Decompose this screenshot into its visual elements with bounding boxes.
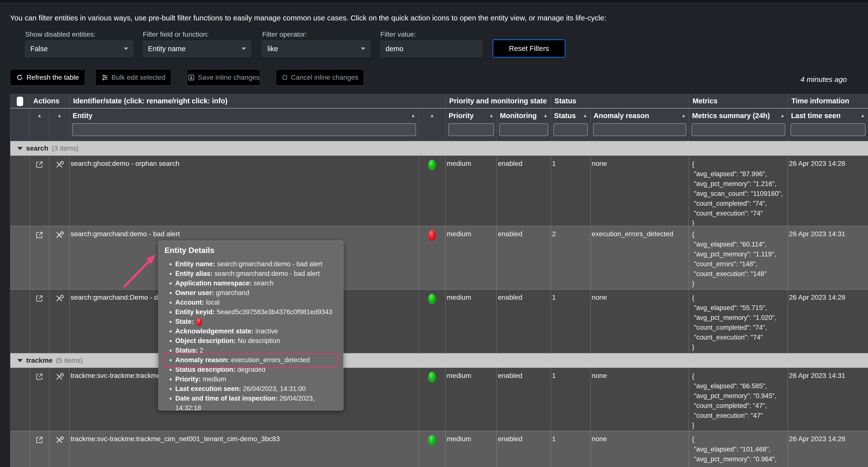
open-entity-button[interactable] [30, 431, 50, 467]
table-row: trackme:svc-trackme:trackme_cim_net001_t… [10, 431, 868, 467]
tooltip-item: Application namespace: search [175, 278, 337, 288]
sort-arrow-icon: ▲ [57, 113, 62, 119]
external-link-icon [35, 160, 44, 169]
group-row-trackme[interactable]: trackme (5 items) [10, 353, 868, 368]
column-metrics[interactable]: Metrics summary (24h) ▲ [689, 108, 788, 123]
column-priority[interactable]: Priority ▲ [446, 108, 497, 123]
anomaly-cell: none [591, 156, 689, 226]
sort-state-column[interactable]: ▲ [419, 108, 445, 123]
bulk-edit-button[interactable]: Bulk edit selected [95, 69, 171, 86]
last-refresh-time: 4 minutes ago [801, 75, 847, 84]
entity-details-tooltip: Entity Details Entity name: search:gmarc… [158, 241, 343, 410]
reset-filters-button[interactable]: Reset Filters [493, 39, 565, 58]
cancel-inline-button[interactable]: Cancel inline changes [276, 69, 364, 86]
reset-filters-label: Reset Filters [509, 44, 549, 53]
tooltip-list: Entity name: search:gmarchand:demo - bad… [164, 259, 337, 413]
tooltip-item: Status: 2 [175, 346, 337, 355]
sort-arrow-icon: ▲ [543, 113, 548, 119]
column-monitoring[interactable]: Monitoring ▲ [497, 108, 551, 123]
tooltip-item: Date and time of last inspection: 26/04/… [175, 394, 337, 413]
monitoring-filter-input[interactable] [499, 123, 548, 136]
show-disabled-select[interactable]: False [25, 41, 133, 57]
metrics-cell: { "avg_elapsed": "66.585", "avg_pct_memo… [689, 368, 788, 431]
last-seen-cell: 26 Apr 2023 14:31 [788, 226, 868, 289]
priority-cell: medium [445, 156, 497, 226]
table-subheader-row: ▲ ▲ Entity ▲ ▲ Priority ▲ Monitoring ▲ [10, 108, 868, 141]
entity-name[interactable]: trackme:svc-trackme:trackme_cim_net001_t… [70, 431, 419, 467]
status-filter-input[interactable] [553, 123, 588, 136]
entity-filter-input[interactable] [72, 123, 416, 136]
refresh-table-label: Refresh the table [26, 73, 79, 81]
column-anomaly[interactable]: Anomaly reason ▲ [591, 108, 689, 123]
state-green-dot [428, 435, 436, 446]
priority-filter-input[interactable] [448, 123, 494, 136]
sort-arrow-icon: ▲ [430, 113, 434, 119]
column-metrics-label: Metrics summary (24h) [692, 112, 770, 120]
manage-entity-button[interactable] [50, 226, 70, 289]
sort-arrow-icon: ▲ [37, 113, 42, 119]
save-inline-button[interactable]: Save inline changes [187, 69, 260, 86]
open-entity-button[interactable] [30, 368, 50, 431]
select-all-checkbox[interactable] [17, 97, 23, 106]
filter-field-select[interactable]: Entity name [143, 41, 251, 57]
manage-entity-button[interactable] [50, 431, 70, 467]
square-icon [282, 74, 288, 81]
filter-operator-select[interactable]: like [262, 41, 371, 57]
open-entity-button[interactable] [30, 290, 50, 353]
column-entity[interactable]: Entity ▲ [70, 108, 418, 123]
anomaly-filter-input[interactable] [593, 123, 686, 136]
open-entity-button[interactable] [30, 156, 50, 226]
last-seen-filter-input[interactable] [790, 123, 866, 136]
last-seen-cell: 26 Apr 2023 14:28 [788, 156, 868, 226]
entity-name[interactable]: search:ghost:demo - orphan search [70, 156, 419, 226]
group-name: search [26, 144, 48, 152]
state-green-dot [428, 372, 436, 382]
select-all-cell [10, 94, 30, 108]
sort-arrow-icon: ▲ [489, 113, 494, 119]
intro-text: You can filter entities in various ways,… [10, 14, 606, 22]
filter-value-input[interactable] [380, 41, 482, 57]
monitoring-cell: enabled [497, 156, 551, 226]
anomaly-cell: none [591, 290, 689, 353]
metrics-cell: { "avg_elapsed": "101.468", "avg_pct_mem… [689, 431, 788, 467]
sort-tools-column[interactable]: ▲ [50, 108, 69, 123]
sliders-icon [101, 74, 108, 81]
filter-field-label: Filter field or function: [143, 31, 209, 38]
show-disabled-label: Show disabled entities: [25, 31, 95, 38]
manage-entity-button[interactable] [50, 368, 70, 431]
tooltip-item: Object description: No description [175, 336, 337, 346]
anomaly-cell: execution_errors_detected [591, 226, 689, 289]
tooltip-item: Last execution seen: 26/04/2023, 14:31:0… [175, 384, 337, 394]
tooltip-item: Owner user: gmarchand [175, 288, 337, 298]
tooltip-item-state: State: [175, 317, 337, 327]
group-row-search[interactable]: search (3 items) [10, 141, 868, 156]
priority-cell: medium [445, 368, 497, 431]
refresh-table-button[interactable]: Refresh the table [10, 69, 85, 86]
sort-arrow-icon: ▲ [583, 113, 588, 119]
column-status[interactable]: Status ▲ [551, 108, 590, 123]
column-last-seen[interactable]: Last time seen ▲ [788, 108, 868, 123]
refresh-icon [16, 74, 23, 81]
tooltip-item: Account: local [175, 298, 337, 307]
show-disabled-value: False [30, 45, 120, 53]
metrics-cell: { "avg_elapsed": "55.715", "avg_pct_memo… [689, 290, 788, 353]
tooltip-item: Priority: medium [175, 374, 337, 384]
sort-open-column[interactable]: ▲ [30, 108, 49, 123]
open-entity-button[interactable] [30, 226, 50, 289]
monitoring-cell: enabled [497, 226, 551, 289]
sort-arrow-icon: ▲ [860, 113, 865, 119]
state-green-dot [428, 160, 436, 170]
priority-cell: medium [445, 226, 497, 289]
header-actions: Actions [30, 94, 70, 108]
monitoring-cell: enabled [497, 368, 551, 431]
tooltip-item-anomaly-highlighted: Anomaly reason: execution_errors_detecte… [175, 355, 337, 365]
manage-entity-button[interactable] [50, 156, 70, 226]
metrics-filter-input[interactable] [691, 123, 785, 136]
tooltip-item: Status description: degraded [175, 365, 337, 374]
tooltip-title: Entity Details [164, 246, 337, 255]
group-name: trackme [26, 357, 53, 364]
filter-field-value: Entity name [148, 45, 238, 53]
table-group-header-row: Actions Identifier/state (click: rename/… [10, 94, 868, 108]
table-row: trackme:svc-trackme:trackme medium enabl… [10, 368, 868, 431]
manage-entity-button[interactable] [50, 290, 70, 353]
